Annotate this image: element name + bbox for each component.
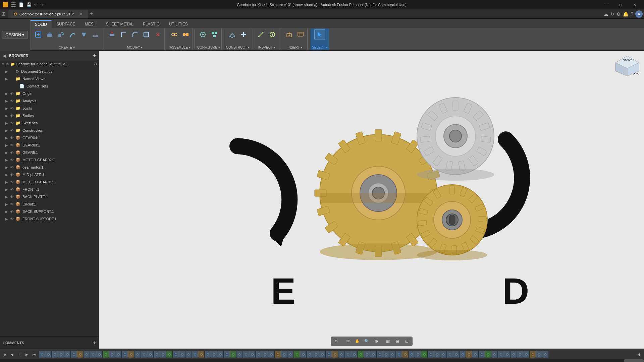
tree-item-analysis[interactable]: ▶ 👁 📁 Analysis (0, 97, 99, 105)
tl-step-13[interactable]: ⬡ (115, 351, 121, 358)
tl-step-2[interactable]: ⬡ (45, 351, 51, 358)
sweep-btn[interactable] (67, 29, 78, 40)
tree-item-construction[interactable]: ▶ 👁 📁 Construction (0, 127, 99, 134)
tab-mesh[interactable]: MESH (80, 20, 101, 28)
tree-item-frontsupport[interactable]: ▶ 👁 📦 FRONT SUPPORT:1 (0, 215, 99, 223)
revolve-btn[interactable] (56, 29, 66, 40)
tl-step-76[interactable]: ⬡ (517, 351, 523, 358)
grid-btn[interactable]: ⊞ (393, 337, 402, 345)
tl-step-33[interactable]: ⬡ (243, 351, 249, 358)
tab-sheet-metal[interactable]: SHEET METAL (101, 20, 138, 28)
cloud-icon[interactable]: ☁ (604, 11, 608, 17)
tl-step-28[interactable]: ⬡ (211, 351, 217, 358)
add-comment-btn[interactable]: + (93, 340, 96, 346)
tl-step-43[interactable]: ⬡ (307, 351, 313, 358)
snap-btn[interactable]: ⊡ (402, 337, 411, 345)
user-avatar[interactable]: A (635, 10, 643, 18)
hamburger-menu[interactable]: ☰ (11, 1, 16, 8)
chamfer-btn[interactable] (129, 29, 140, 40)
fillet-btn[interactable] (118, 29, 129, 40)
insert-label[interactable]: INSERT ▾ (287, 46, 302, 49)
create-label[interactable]: CREATE ▾ (59, 46, 75, 49)
eye-icon[interactable]: 👁 (10, 114, 15, 118)
tree-item-motorgear01[interactable]: ▶ 👁 📦 MOTOR GEAR01:1 (0, 178, 99, 186)
hole-btn[interactable] (90, 29, 101, 40)
zoom-window-btn[interactable]: ⊕ (372, 337, 381, 345)
document-tab[interactable]: ⚙ Gearbox for Kinetic Sclpture v13* ✕ (8, 10, 88, 18)
tl-step-54[interactable]: ⬡ (377, 351, 383, 358)
tree-item-circuit[interactable]: ▶ 👁 📦 Circuit:1 (0, 200, 99, 208)
tree-item-origin[interactable]: ▶ 👁 📁 Origin (0, 90, 99, 97)
tl-step-48[interactable]: ⬡ (338, 351, 344, 358)
insert1-btn[interactable] (284, 29, 294, 40)
tl-step-66[interactable]: ⬡ (453, 351, 459, 358)
loft-btn[interactable] (78, 29, 89, 40)
tl-step-80[interactable]: ⬡ (542, 351, 548, 358)
orbit-btn[interactable]: ⟳ (332, 337, 341, 345)
tl-step-57[interactable]: ⬡ (396, 351, 402, 358)
tree-item-gear5[interactable]: ▶ 👁 📦 GEAR5:1 (0, 149, 99, 156)
tl-step-34[interactable]: ⬡ (249, 351, 255, 358)
tl-step-12[interactable]: ⬡ (109, 351, 115, 358)
tl-step-72[interactable]: ⬡ (491, 351, 497, 358)
tl-step-58[interactable]: ⬡ (402, 351, 408, 358)
tl-step-10[interactable]: ⬡ (96, 351, 102, 358)
tl-step-3[interactable]: ⬡ (52, 351, 58, 358)
tl-step-46[interactable]: ⬡ (326, 351, 332, 358)
viewport[interactable]: FRONT E (99, 51, 644, 349)
timeline-end-btn[interactable]: ⏭ (31, 351, 38, 358)
look-at-btn[interactable]: 👁 (344, 337, 353, 345)
new-btn[interactable]: 📄 (19, 2, 24, 7)
eye-icon[interactable]: 👁 (10, 187, 15, 191)
viewport-3d-scene[interactable]: E D (99, 51, 644, 335)
tl-step-75[interactable]: ⬡ (511, 351, 517, 358)
tree-item-midplate[interactable]: ▶ 👁 📦 MID pLATE:1 (0, 171, 99, 178)
tl-step-51[interactable]: ⬡ (358, 351, 364, 358)
inspect-label[interactable]: INSPECT ▾ (258, 46, 275, 49)
timeline-icons-strip[interactable]: ⬡ ⬡ ⬡ ⬡ ⬡ ⬡ ⬡ ⬡ ⬡ ⬡ ⬡ ⬡ ⬡ ⬡ ⬡ ⬡ ⬡ ⬡ ⬡ ⬡ … (38, 351, 632, 358)
tab-close-icon[interactable]: ✕ (79, 11, 83, 17)
press-pull-btn[interactable] (107, 29, 117, 40)
zoom-btn[interactable]: 🔍 (363, 337, 371, 345)
tree-item-doc-settings[interactable]: ▶ ⚙ Document Settings (0, 68, 99, 75)
tl-step-60[interactable]: ⬡ (415, 351, 421, 358)
tab-plastic[interactable]: PLASTIC (138, 20, 164, 28)
modify-label[interactable]: MODIFY ▾ (127, 46, 143, 49)
tl-step-26[interactable]: ⬡ (198, 351, 204, 358)
measure-btn[interactable] (256, 29, 266, 40)
eye-icon[interactable]: 👁 (10, 128, 15, 132)
eye-icon[interactable]: 👁 (10, 165, 15, 169)
config1-btn[interactable] (198, 29, 208, 40)
tl-step-38[interactable]: ⬡ (275, 351, 281, 358)
scrollbar-thumb[interactable] (624, 359, 644, 362)
tl-step-52[interactable]: ⬡ (364, 351, 370, 358)
tl-step-32[interactable]: ⬡ (236, 351, 243, 358)
select-label[interactable]: SELECT ▾ (312, 46, 328, 49)
close-btn[interactable]: ✕ (628, 0, 641, 9)
timeline-prev-btn[interactable]: ◀ (9, 351, 15, 358)
tl-step-50[interactable]: ⬡ (351, 351, 357, 358)
bottom-scrollbar[interactable] (0, 359, 644, 362)
timeline-play-btn[interactable]: ⏸ (16, 351, 23, 358)
tree-item-joints[interactable]: ▶ 👁 📁 Joints (0, 105, 99, 112)
construct-label[interactable]: CONSTRUCT ▾ (226, 46, 250, 49)
tl-step-15[interactable]: ⬡ (128, 351, 134, 358)
tl-step-35[interactable]: ⬡ (256, 351, 262, 358)
eye-icon[interactable]: 👁 (10, 99, 15, 103)
minimize-btn[interactable]: ─ (600, 0, 613, 9)
tl-step-39[interactable]: ⬡ (281, 351, 287, 358)
browser-content[interactable]: ▼ 👁 📁 Gearbox for Kinetic Sclpture v... … (0, 60, 99, 337)
tree-root[interactable]: ▼ 👁 📁 Gearbox for Kinetic Sclpture v... … (0, 60, 99, 68)
tree-item-contact-sets[interactable]: 📄 Contact: sets (0, 82, 99, 90)
plane-btn[interactable] (227, 29, 237, 40)
tree-item-bodies[interactable]: ▶ 👁 📁 Bodies (0, 112, 99, 119)
tl-step-47[interactable]: ⬡ (332, 351, 338, 358)
tl-step-45[interactable]: ⬡ (319, 351, 325, 358)
eye-icon[interactable]: 👁 (10, 217, 15, 221)
eye-icon[interactable]: 👁 (10, 158, 15, 162)
settings-icon[interactable]: ⚙ (616, 11, 621, 17)
tl-step-5[interactable]: ⬡ (64, 351, 70, 358)
tl-step-16[interactable]: ⬡ (135, 351, 141, 358)
tl-step-73[interactable]: ⬡ (498, 351, 504, 358)
save-btn[interactable]: 💾 (26, 2, 32, 7)
